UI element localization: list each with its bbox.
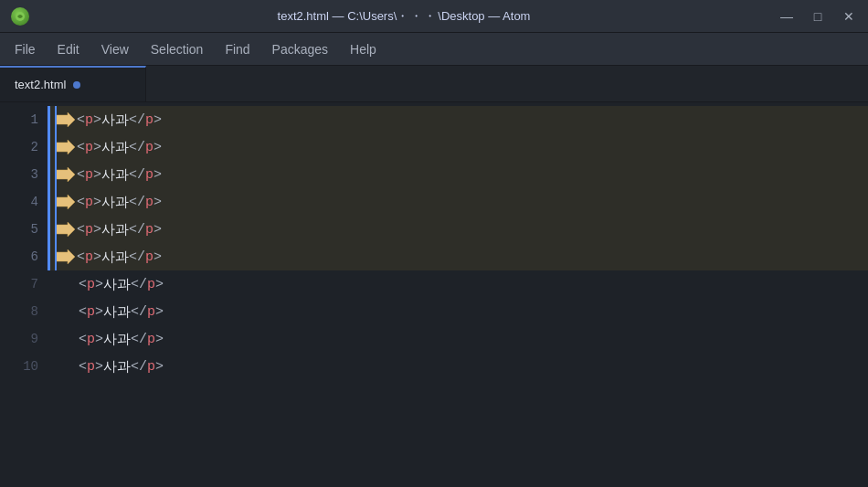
code-line-6: <p>사과</p>	[48, 243, 868, 270]
cursor-bar-1	[48, 106, 50, 133]
line-number-4: 4	[0, 188, 48, 216]
line-number-7: 7	[0, 270, 48, 298]
menu-edit[interactable]: Edit	[47, 38, 90, 60]
arrow-4	[55, 195, 75, 209]
cursor-bar-6	[48, 243, 50, 270]
svg-marker-1	[55, 112, 75, 127]
svg-marker-6	[55, 249, 75, 264]
code-line-3: <p>사과</p>	[48, 161, 868, 188]
cursor-bar-2	[48, 133, 50, 161]
code-line-2: <p>사과</p>	[48, 133, 868, 161]
minimize-button[interactable]: —	[778, 9, 795, 24]
arrow-6	[55, 249, 75, 264]
tab-modified-dot	[73, 81, 80, 89]
code-line-8: <p>사과</p>	[48, 298, 868, 325]
code-line-9: <p>사과</p>	[48, 325, 868, 353]
line-gutter: 1 2 3 4 5 6 7 8 9 10	[0, 102, 48, 487]
title-bar: text2.html — C:\Users\・・・\Desktop — Atom…	[0, 0, 868, 33]
line-number-6: 6	[0, 243, 48, 270]
menu-packages[interactable]: Packages	[261, 38, 339, 60]
cursor-bar-5	[48, 216, 50, 243]
app-icon	[11, 7, 29, 26]
cursor-bar-4	[48, 188, 50, 216]
tab-empty-area	[146, 66, 868, 101]
tab-filename: text2.html	[15, 78, 66, 91]
menu-selection[interactable]: Selection	[140, 38, 215, 60]
menu-help[interactable]: Help	[339, 38, 387, 60]
code-editor[interactable]: <p>사과</p> <p>사과</p> <p>사과</p>	[48, 102, 868, 487]
menu-find[interactable]: Find	[214, 38, 260, 60]
svg-marker-2	[55, 140, 75, 154]
line-number-5: 5	[0, 216, 48, 243]
editor-area: 1 2 3 4 5 6 7 8 9 10 <p>사과</p>	[0, 102, 868, 487]
menu-bar: File Edit View Selection Find Packages H…	[0, 33, 868, 66]
menu-file[interactable]: File	[4, 38, 47, 60]
code-line-4: <p>사과</p>	[48, 188, 868, 216]
code-line-10: <p>사과</p>	[48, 353, 868, 380]
arrow-3	[55, 167, 75, 182]
arrow-1	[55, 112, 75, 127]
line-number-9: 9	[0, 325, 48, 353]
tab-bar: text2.html	[0, 66, 868, 102]
line-number-8: 8	[0, 298, 48, 325]
code-line-1: <p>사과</p>	[48, 106, 868, 133]
maximize-button[interactable]: □	[810, 9, 826, 24]
arrow-5	[55, 222, 75, 237]
line-number-3: 3	[0, 161, 48, 188]
svg-marker-4	[55, 195, 75, 209]
tab-text2html[interactable]: text2.html	[0, 66, 146, 101]
line-number-1: 1	[0, 106, 48, 133]
svg-marker-5	[55, 222, 75, 237]
line-number-2: 2	[0, 133, 48, 161]
svg-marker-3	[55, 167, 75, 182]
window-controls[interactable]: — □ ✕	[778, 9, 857, 24]
line-number-10: 10	[0, 353, 48, 380]
menu-view[interactable]: View	[90, 38, 140, 60]
arrow-2	[55, 140, 75, 154]
code-line-7: <p>사과</p>	[48, 270, 868, 298]
close-button[interactable]: ✕	[841, 9, 857, 24]
code-line-5: <p>사과</p>	[48, 216, 868, 243]
cursor-bar-3	[48, 161, 50, 188]
window-title: text2.html — C:\Users\・・・\Desktop — Atom	[38, 8, 769, 25]
